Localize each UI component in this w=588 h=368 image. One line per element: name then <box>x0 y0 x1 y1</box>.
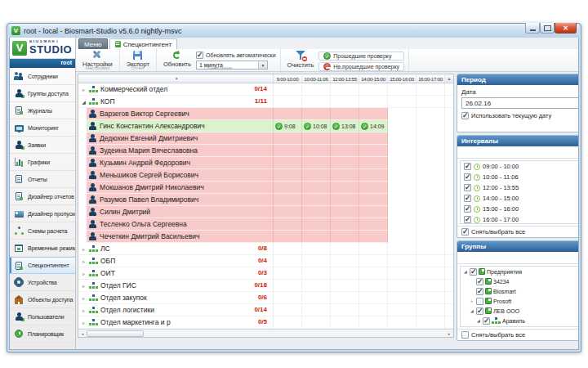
person-row[interactable]: Кузьмин Андрей Федорович <box>78 157 453 169</box>
group-row[interactable]: ▹ОБП0/4 <box>78 255 453 267</box>
interval-item[interactable]: 12:00 - 13:55 <box>461 182 578 193</box>
expand-arrow-icon[interactable]: ▹ <box>81 295 87 301</box>
tree-node[interactable]: Biosmart <box>461 286 578 296</box>
sidebar-item-devices[interactable]: Устройства <box>10 274 75 291</box>
intervals-search-input[interactable] <box>457 146 578 159</box>
sidebar-item-calc-schemes[interactable]: Схемы расчета <box>10 222 75 240</box>
maximize-button[interactable] <box>540 23 555 34</box>
sidebar-item-requests[interactable]: Заявки <box>10 137 75 154</box>
collapse-arrow-icon[interactable]: ◢ <box>463 269 468 274</box>
checkbox-icon[interactable] <box>483 317 490 325</box>
person-row[interactable]: Разумов Павел Владимирович <box>78 194 453 206</box>
date-select[interactable]: 26.02.16 ▼ <box>461 97 578 109</box>
sidebar-item-monitoring[interactable]: Мониторинг <box>10 119 75 137</box>
checkbox-icon[interactable] <box>470 268 477 276</box>
checkbox-icon[interactable] <box>464 163 471 170</box>
interval-item[interactable]: 10:00 - 11:06 <box>461 172 578 182</box>
expand-arrow-icon[interactable]: ▹ <box>81 271 87 276</box>
expand-arrow-icon[interactable]: ▹ <box>81 87 87 92</box>
person-row[interactable]: Тесленко Ольга Сергеевна <box>78 218 453 231</box>
sidebar-item-reports[interactable]: Отчеты <box>10 171 75 188</box>
tree-node[interactable]: ◢Аравиль <box>461 316 578 325</box>
sidebar-item-users[interactable]: Пользователи <box>10 308 75 325</box>
expand-arrow-icon[interactable]: ▹ <box>81 258 87 264</box>
group-row[interactable]: ▹ОИТ0/3 <box>78 267 453 280</box>
sidebar-item-journals[interactable]: Журналы <box>10 102 75 119</box>
expand-arrow-icon[interactable]: ▹ <box>81 283 87 289</box>
tree-node[interactable]: ▹Prosoft <box>461 296 578 306</box>
sidebar-item-access-groups[interactable]: Группы доступа <box>10 85 75 102</box>
sidebar-item-special-contingent[interactable]: Спецконтингент <box>10 257 75 274</box>
collapse-arrow-icon[interactable]: ◢ <box>476 318 481 323</box>
sidebar-item-time-modes[interactable]: Временные режимы <box>10 240 75 257</box>
tab-menu[interactable]: Меню <box>78 38 108 49</box>
checkbox-icon[interactable] <box>464 184 471 191</box>
scrollbar-thumb[interactable] <box>87 330 144 337</box>
scroll-left-icon[interactable]: ◂ <box>78 330 87 337</box>
group-row[interactable]: ▹Отдел закупок0/6 <box>78 292 453 304</box>
scroll-right-icon[interactable]: ▸ <box>445 330 453 337</box>
checkbox-icon[interactable] <box>464 216 471 223</box>
period-panel-header[interactable]: Период ▼ <box>457 74 578 85</box>
use-current-date-checkbox[interactable]: Использовать текущую дату <box>461 112 578 119</box>
tree-node[interactable]: 34234 <box>461 276 578 286</box>
checkbox-icon[interactable] <box>464 205 471 213</box>
horizontal-scrollbar[interactable]: ◂ ▸ <box>78 329 453 337</box>
person-row[interactable]: Гинс Константин Александрович9:0810:0813… <box>78 120 453 132</box>
person-row[interactable]: Меньшиков Сергей Борисович <box>78 169 453 182</box>
interval-item[interactable]: 15:00 - 16:00 <box>461 204 578 214</box>
group-row[interactable]: ◢КОП1/11 <box>78 96 453 108</box>
time-column-header[interactable]: 10:00-11:06 <box>302 74 331 83</box>
name-column-header[interactable]: ▴ <box>78 74 274 83</box>
time-column-header[interactable]: 15:00-16:00 <box>388 74 416 83</box>
person-row[interactable]: Мокшанов Дмитрий Николаевич <box>78 182 453 194</box>
filter-passed-toggle[interactable]: Прошедшие проверку <box>318 52 404 61</box>
checkbox-icon[interactable] <box>476 307 483 315</box>
expand-arrow-icon[interactable]: ▹ <box>81 246 87 252</box>
sidebar-item-report-designer[interactable]: Дизайнер отчетов <box>10 188 75 205</box>
expand-arrow-icon[interactable]: ▹ <box>470 298 474 303</box>
checkbox-icon[interactable] <box>489 327 497 328</box>
person-row[interactable]: Дедюхин Евгений Дмитриевич <box>78 132 453 145</box>
sidebar-item-pass-designer[interactable]: Дизайнер пропусков <box>10 205 75 222</box>
group-row[interactable]: ▹Отдел маркетинга и р0/5 <box>78 316 453 329</box>
checkbox-icon[interactable] <box>476 298 483 305</box>
interval-item[interactable]: 16:00 - 17:00 <box>461 214 578 224</box>
groups-panel-header[interactable]: Группы ▼ <box>457 241 578 252</box>
sidebar-item-schedules[interactable]: Графики <box>10 154 75 171</box>
time-column-header[interactable]: 16:00-17:00 <box>416 74 445 83</box>
expand-arrow-icon[interactable]: ▹ <box>81 320 87 325</box>
person-row[interactable]: Варзегов Виктор Сергеевич <box>78 108 453 120</box>
group-row[interactable]: ▹Отдел логистики0/14 <box>78 304 453 316</box>
groups-select-all-checkbox[interactable]: Снять/выбрать все <box>457 329 578 340</box>
time-column-header[interactable]: 12:00-13:55 <box>331 74 359 83</box>
tree-node[interactable]: ◢Предприятия <box>461 267 578 276</box>
auto-refresh-checkbox[interactable]: Обновлять автоматически <box>196 52 276 59</box>
sidebar-item-scheduler[interactable]: Планировщик <box>10 325 75 343</box>
tree-node[interactable]: ◢ЛЕВ ООО <box>461 306 578 316</box>
person-row[interactable]: Зудеина Мария Вячеславовна <box>78 145 453 157</box>
group-row[interactable]: ▹Коммерческий отдел0/14 <box>78 83 453 96</box>
tab-special-contingent[interactable]: Спецконтингент <box>109 38 177 49</box>
person-row[interactable]: Чечеткин Дмитрий Васильевич <box>78 231 453 243</box>
checkbox-icon[interactable] <box>464 173 471 181</box>
groups-search-input[interactable] <box>457 252 578 264</box>
vertical-scroll-up-icon[interactable]: ▲ <box>445 74 453 83</box>
close-button[interactable]: ✕ <box>555 23 577 34</box>
collapse-arrow-icon[interactable]: ◢ <box>81 99 87 105</box>
time-column-header[interactable]: 9:00-10:00 <box>274 74 302 83</box>
expand-arrow-icon[interactable]: ▹ <box>81 307 87 313</box>
collapse-arrow-icon[interactable]: ◢ <box>470 308 474 313</box>
interval-item[interactable]: 09:00 - 10:00 <box>461 161 578 172</box>
person-row[interactable]: Силин Дмитрий <box>78 206 453 218</box>
time-column-header[interactable]: 14:00-15:00 <box>359 74 388 83</box>
checkbox-icon[interactable] <box>464 195 471 202</box>
minimize-button[interactable] <box>525 23 540 34</box>
intervals-panel-header[interactable]: Интервалы ▼ <box>457 136 578 146</box>
tree-node[interactable]: ◢Аравиль/1 Мая, 63 <box>461 325 578 327</box>
group-row[interactable]: ▹ЛС0/8 <box>78 243 453 255</box>
checkbox-icon[interactable] <box>476 288 483 295</box>
group-row[interactable]: ▹Отдел ГИС0/18 <box>78 280 453 292</box>
sidebar-item-employees[interactable]: Сотрудники <box>10 68 75 85</box>
intervals-select-all-checkbox[interactable]: Снять/выбрать все <box>457 226 578 237</box>
